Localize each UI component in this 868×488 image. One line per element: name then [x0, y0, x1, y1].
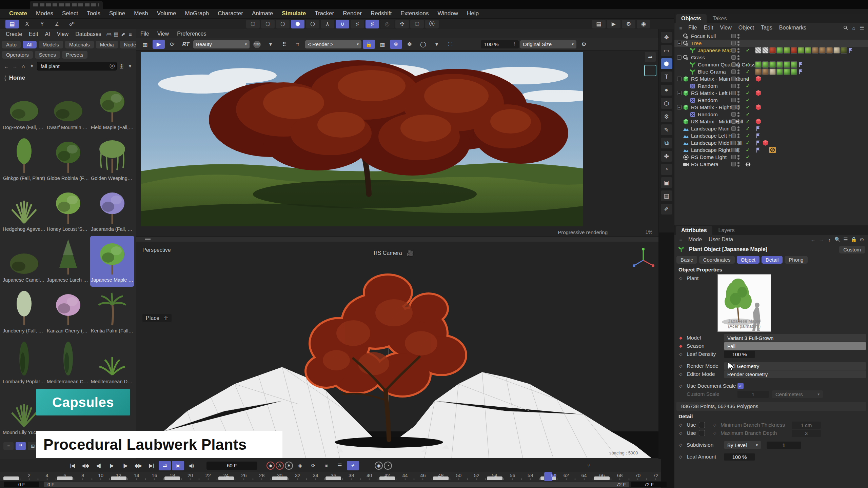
visibility-dots[interactable] — [737, 84, 739, 88]
state-toggles[interactable] — [731, 134, 739, 138]
custom-scale-field[interactable]: 1 — [737, 391, 769, 398]
axis-lock-x[interactable]: X — [20, 20, 34, 28]
flag-tag-icon[interactable] — [848, 47, 854, 54]
rv-menu-preferences[interactable]: Preferences — [177, 31, 206, 37]
points-mode-icon[interactable]: ⬡ — [246, 20, 260, 28]
layer-chip[interactable] — [731, 134, 736, 138]
menu-tracker[interactable]: Tracker — [310, 10, 338, 17]
param-diamond-icon[interactable]: ◇ — [679, 372, 684, 377]
visibility-dots[interactable] — [737, 148, 739, 152]
visibility-dots[interactable] — [737, 34, 739, 39]
refresh-icon[interactable]: ⟳ — [166, 40, 178, 49]
circle-icon[interactable]: ◯ — [417, 40, 429, 49]
tab-presets[interactable]: Presets — [62, 51, 87, 59]
object-row[interactable]: Random✓ — [674, 82, 868, 89]
obj-menu-edit[interactable]: Edit — [701, 25, 716, 31]
plant-tile[interactable]: Dwarf Mountain Pine (... — [46, 83, 90, 134]
ab-menu-ai[interactable]: AI — [42, 31, 53, 37]
menu-window[interactable]: Window — [433, 10, 462, 17]
layer-chip[interactable] — [731, 112, 736, 117]
material-thumb-sphere-green[interactable] — [791, 68, 797, 75]
subdivision-field[interactable]: 1 — [767, 442, 801, 449]
state-toggles[interactable] — [731, 48, 739, 53]
menu-volume[interactable]: Volume — [153, 10, 181, 17]
hamburger-icon[interactable]: ≡ — [677, 236, 685, 243]
archive-icon[interactable]: 🗄 — [118, 62, 125, 70]
render-settings-icon[interactable]: ⚙ — [622, 20, 635, 28]
menu-mograph[interactable]: MoGraph — [180, 10, 213, 17]
plant-tile[interactable]: Dog-Rose (Fall, Plant) — [2, 83, 46, 134]
material-thumb-sphere-brown[interactable] — [762, 68, 769, 75]
enabled-check-icon[interactable]: ✓ — [746, 83, 750, 89]
visibility-dots[interactable] — [737, 162, 739, 167]
state-toggles[interactable] — [731, 141, 739, 145]
flag-tag-icon[interactable] — [755, 147, 762, 153]
state-toggles[interactable] — [731, 34, 739, 39]
render-mode-select[interactable]: Full Geometry — [724, 362, 866, 370]
state-toggles[interactable] — [731, 112, 739, 117]
keyframe-marker[interactable] — [3, 476, 19, 480]
material-thumb-checker[interactable] — [755, 47, 762, 54]
menu-redshift[interactable]: Redshift — [366, 10, 396, 17]
material-thumb-sphere-green[interactable] — [776, 47, 783, 54]
ab-menu-databases[interactable]: Databases — [72, 31, 104, 37]
layer-chip[interactable] — [731, 69, 736, 74]
database-icon[interactable]: 🗃 — [106, 30, 112, 38]
range-slider[interactable]: 0 F 72 F — [44, 482, 629, 487]
menu-animate[interactable]: Animate — [248, 10, 277, 17]
layer-chip[interactable] — [731, 141, 736, 145]
material-thumb-sphere-brown[interactable] — [812, 47, 818, 54]
goto-end-button[interactable]: ▶| — [145, 461, 158, 470]
start-ipr-icon[interactable]: ▶ — [153, 40, 165, 49]
attr-tab-attributes[interactable]: Attributes — [676, 226, 712, 235]
keyframe-diamond-icon[interactable]: ◆ — [679, 344, 684, 348]
param-diamond-icon[interactable]: ◇ — [679, 276, 684, 281]
grid-icon[interactable]: ▦ — [376, 40, 389, 49]
material-thumb-leaf-green[interactable] — [784, 47, 790, 54]
back-icon[interactable]: ← — [809, 236, 817, 243]
target-icon[interactable]: ⊙ — [858, 236, 866, 243]
hamburger-icon[interactable]: ≡ — [677, 24, 685, 32]
rs-tag-icon[interactable] — [762, 140, 769, 146]
objects-tab-takes[interactable]: Takes — [707, 14, 732, 23]
obj-menu-bookmarks[interactable]: Bookmarks — [776, 25, 809, 31]
param-diamond-icon[interactable]: ◇ — [679, 352, 684, 357]
forward-icon[interactable]: → — [11, 62, 18, 70]
prev-frame-button[interactable]: ◀| — [93, 461, 105, 470]
camera-material-icon[interactable]: ◉ — [637, 20, 650, 28]
flag-tag-icon[interactable] — [755, 140, 762, 146]
attr-btn-coordinates[interactable]: Coordinates — [699, 256, 735, 264]
state-toggles[interactable] — [731, 98, 739, 103]
material-thumb-sphere-green[interactable] — [791, 61, 797, 68]
plant-tile[interactable]: Jacaranda (Fall, Plant) — [90, 185, 134, 236]
object-row[interactable]: −Grass — [674, 54, 868, 61]
magnet-icon[interactable]: ∪ — [336, 20, 349, 28]
plant-tile[interactable]: Field Maple (Fall, Plant) — [90, 83, 134, 134]
material-thumb-sphere-brown[interactable] — [755, 68, 762, 75]
param-diamond-icon[interactable]: ◇ — [679, 431, 684, 435]
axis-lock-z[interactable]: Z — [50, 20, 64, 28]
zoom-field[interactable]: 100 %⁞ — [481, 40, 519, 48]
visibility-dots[interactable] — [737, 62, 739, 67]
attr-btn-basic[interactable]: Basic — [676, 256, 697, 264]
flag-tag-icon[interactable] — [798, 61, 804, 68]
text-tool-icon[interactable]: T — [661, 72, 672, 82]
visibility-dots[interactable] — [737, 105, 739, 110]
state-toggles[interactable] — [731, 162, 739, 167]
noentry-tag-icon[interactable] — [769, 147, 776, 153]
state-toggles[interactable] — [731, 84, 739, 88]
layer-chip[interactable] — [731, 91, 736, 95]
max-branch-field[interactable]: 3 — [792, 430, 821, 437]
state-toggles[interactable] — [731, 69, 739, 74]
next-key-button[interactable]: ◆▶ — [132, 461, 144, 470]
material-thumb-checker[interactable] — [762, 47, 769, 54]
use1-checkbox[interactable] — [699, 422, 705, 428]
enabled-check-icon[interactable]: ✓ — [746, 140, 750, 146]
render-view-icon[interactable]: ▤ — [592, 20, 606, 28]
enabled-check-icon[interactable]: ✓ — [746, 154, 750, 160]
state-toggles[interactable] — [731, 62, 739, 67]
material-thumb-twig[interactable] — [833, 47, 840, 54]
menu-help[interactable]: Help — [462, 10, 483, 17]
record-keyframe-button[interactable]: ◆ — [267, 462, 275, 470]
subdivision-mode-select[interactable]: By Level▾ — [724, 441, 761, 449]
